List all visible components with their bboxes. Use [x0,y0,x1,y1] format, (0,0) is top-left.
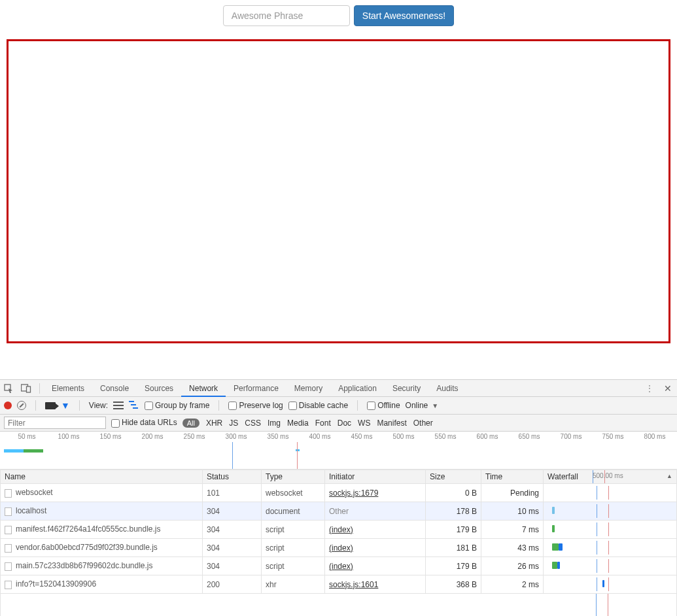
sort-asc-icon: ▲ [667,473,672,479]
close-icon[interactable]: ✕ [659,383,677,394]
network-filterbar: Hide data URLs AllXHRJSCSSImgMediaFontDo… [0,415,677,432]
col-time[interactable]: Time [481,470,544,484]
timeline-tick: 600 ms [477,433,498,440]
timeline-tick: 650 ms [519,433,540,440]
view-label: View: [89,401,108,410]
table-row[interactable]: localhost304documentOther178 B10 ms [1,502,677,521]
table-header-row: Name Status Type Initiator Size Time Wat… [1,470,677,484]
initiator-link[interactable]: sockjs.js:1601 [329,580,378,589]
filter-input[interactable] [4,417,106,429]
group-by-frame-checkbox[interactable]: Group by frame [145,401,209,410]
col-waterfall[interactable]: Waterfall 500.00 ms ▲ [544,470,677,484]
filter-type-other[interactable]: Other [413,419,433,428]
table-row[interactable]: websocket101websocketsockjs.js:16790 BPe… [1,484,677,502]
table-row[interactable]: vendor.6ab00ebcd775d9f02f39.bundle.js304… [1,539,677,557]
file-icon [5,581,12,589]
waterfall-bar [557,562,560,569]
tab-elements[interactable]: Elements [44,380,92,397]
waterfall-bar [602,580,604,587]
timeline-tick: 550 ms [435,433,457,440]
filter-type-doc[interactable]: Doc [338,419,351,428]
filter-type-css[interactable]: CSS [245,419,261,428]
toggle-device-icon[interactable] [17,384,35,393]
view-waterfall-icon[interactable] [129,401,139,411]
initiator-text: Other [329,507,349,516]
tab-application[interactable]: Application [330,380,385,397]
file-icon [5,489,12,498]
tab-sources[interactable]: Sources [137,380,181,397]
app-form: Start Awesomeness! [0,0,677,30]
filter-type-ws[interactable]: WS [358,419,370,428]
clear-icon[interactable] [17,401,26,410]
timeline-tick: 50 ms [18,433,35,440]
waterfall-bar [552,507,555,514]
filter-type-font[interactable]: Font [315,419,331,428]
timeline-tick: 350 ms [268,433,289,440]
tab-audits[interactable]: Audits [428,380,466,397]
tab-performance[interactable]: Performance [226,380,286,397]
hide-data-urls-checkbox[interactable]: Hide data URLs [111,418,177,427]
filter-type-img[interactable]: Img [268,419,281,428]
disable-cache-checkbox[interactable]: Disable cache [288,401,348,410]
table-row[interactable]: info?t=1520413909906200xhrsockjs.js:1601… [1,575,677,594]
tab-console[interactable]: Console [92,380,137,397]
waterfall-bar [559,543,563,551]
filter-type-xhr[interactable]: XHR [206,419,222,428]
svg-rect-5 [133,407,138,409]
output-canvas [7,39,670,343]
col-initiator[interactable]: Initiator [325,470,426,484]
timeline-tick: 800 ms [644,433,666,440]
timeline-tick: 150 ms [100,433,122,440]
timeline-tick: 750 ms [602,433,624,440]
svg-rect-2 [27,386,31,392]
filter-toggle-icon[interactable]: ▼ [61,400,70,411]
devtools-tabbar: ElementsConsoleSourcesNetworkPerformance… [0,380,677,397]
network-table: Name Status Type Initiator Size Time Wat… [0,470,677,594]
initiator-link[interactable]: (index) [329,543,353,553]
timeline-tick: 500 ms [393,433,415,440]
waterfall-bar [552,525,555,532]
filter-type-js[interactable]: JS [229,419,238,428]
svg-rect-4 [131,404,136,405]
file-icon [5,507,12,516]
timeline-tick: 400 ms [309,433,331,440]
initiator-link[interactable]: (index) [329,525,353,534]
table-row[interactable]: manifest.f462f7264a14fc0555cc.bundle.js3… [1,521,677,539]
timeline-tick: 100 ms [58,433,80,440]
network-timeline[interactable]: 50 ms100 ms150 ms200 ms250 ms300 ms350 m… [0,432,677,470]
table-row[interactable]: main.57c233db8b67f99602dc.bundle.js304sc… [1,557,677,575]
timeline-tick: 300 ms [226,433,247,440]
view-list-icon[interactable] [113,402,124,409]
col-name[interactable]: Name [1,470,203,484]
record-button-icon[interactable] [4,402,12,409]
timeline-tick: 700 ms [561,433,582,440]
filter-type-media[interactable]: Media [287,419,309,428]
filter-type-manifest[interactable]: Manifest [377,419,406,428]
svg-rect-3 [129,401,134,402]
more-icon[interactable]: ⋮ [640,384,659,393]
filter-type-all[interactable]: All [182,419,200,428]
network-toolbar: ▼ View: Group by frame Preserve log Disa… [0,397,677,415]
waterfall-bar [552,562,557,569]
timeline-tick: 250 ms [184,433,205,440]
file-icon [5,562,12,571]
col-status[interactable]: Status [203,470,262,484]
offline-checkbox[interactable]: Offline [367,401,400,410]
file-icon [5,544,12,553]
throttle-select[interactable]: Online▼ [406,401,439,410]
file-icon [5,526,12,534]
initiator-link[interactable]: sockjs.js:1679 [329,488,378,498]
preserve-log-checkbox[interactable]: Preserve log [228,401,283,410]
timeline-tick: 200 ms [142,433,164,440]
col-type[interactable]: Type [262,470,325,484]
phrase-input[interactable] [223,5,350,26]
col-size[interactable]: Size [426,470,481,484]
inspect-element-icon[interactable] [0,384,17,393]
start-button[interactable]: Start Awesomeness! [354,5,454,26]
tab-memory[interactable]: Memory [286,380,330,397]
tab-network[interactable]: Network [181,380,226,397]
tab-security[interactable]: Security [385,380,428,397]
devtools-panel: ElementsConsoleSourcesNetworkPerformance… [0,379,677,616]
initiator-link[interactable]: (index) [329,562,353,571]
screenshot-icon[interactable] [45,402,56,409]
